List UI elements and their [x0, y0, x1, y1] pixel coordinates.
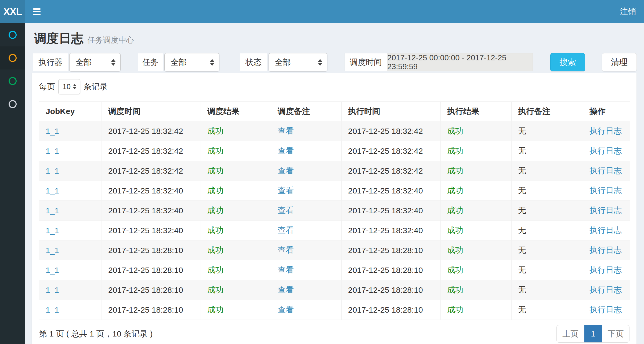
execution-log-link[interactable]: 执行日志 [589, 166, 622, 175]
log-table-header: JobKey调度时间调度结果调度备注执行时间执行结果执行备注操作 [39, 102, 630, 121]
jobkey-link-cell[interactable]: 1_1 [39, 161, 102, 181]
execution-log-link[interactable]: 执行日志 [589, 206, 622, 215]
jobkey-link[interactable]: 1_1 [46, 166, 59, 175]
jobkey-link-cell[interactable]: 1_1 [39, 141, 102, 161]
trigger-msg-link[interactable]: 查看 [278, 126, 294, 135]
jobkey-link[interactable]: 1_1 [46, 206, 59, 215]
trigger-time-cell-cell: 2017-12-25 18:32:40 [102, 221, 201, 240]
executor-select[interactable]: 全部 [69, 53, 121, 71]
handle-msg-cell: 无 [518, 305, 526, 314]
sidebar-toggle-icon[interactable] [33, 8, 41, 15]
trigger-time-filter-group: 调度时间 2017-12-25 00:00:00 - 2017-12-25 23… [345, 53, 533, 71]
prev-page-button[interactable]: 上页 [557, 325, 584, 342]
handle-result-cell: 成功 [447, 166, 463, 175]
execution-log-link-cell[interactable]: 执行日志 [583, 300, 630, 320]
trigger-msg-link[interactable]: 查看 [278, 146, 294, 155]
trigger-msg-link[interactable]: 查看 [278, 226, 294, 235]
handle-time-cell: 2017-12-25 18:32:42 [348, 166, 423, 175]
jobkey-link-cell[interactable]: 1_1 [39, 181, 102, 201]
execution-log-link[interactable]: 执行日志 [589, 246, 622, 254]
trigger-time-cell-cell: 2017-12-25 18:32:40 [102, 181, 201, 201]
execution-log-link-cell[interactable]: 执行日志 [583, 181, 630, 201]
trigger-msg-link-cell[interactable]: 查看 [271, 141, 342, 161]
jobkey-link-cell[interactable]: 1_1 [39, 221, 102, 240]
execution-log-link[interactable]: 执行日志 [589, 265, 622, 274]
current-page-button[interactable]: 1 [584, 325, 602, 342]
trigger-msg-link-cell[interactable]: 查看 [271, 240, 342, 260]
jobkey-link-cell[interactable]: 1_1 [39, 201, 102, 221]
trigger-msg-link[interactable]: 查看 [278, 305, 294, 314]
execution-log-link-cell[interactable]: 执行日志 [583, 201, 630, 221]
handle-msg-cell-cell: 无 [512, 201, 583, 221]
trigger-msg-link-cell[interactable]: 查看 [271, 181, 342, 201]
trigger-msg-link[interactable]: 查看 [278, 246, 294, 254]
jobkey-link[interactable]: 1_1 [46, 186, 59, 195]
table-row: 1_12017-12-25 18:32:42成功查看2017-12-25 18:… [39, 141, 630, 161]
trigger-time-range-input[interactable]: 2017-12-25 00:00:00 - 2017-12-25 23:59:5… [387, 53, 533, 71]
execution-log-link-cell[interactable]: 执行日志 [583, 141, 630, 161]
clear-button[interactable]: 清理 [602, 53, 637, 71]
jobkey-link-cell[interactable]: 1_1 [39, 240, 102, 260]
sidebar-item-menu-4[interactable] [0, 93, 25, 116]
trigger-msg-link-cell[interactable]: 查看 [271, 300, 342, 320]
trigger-time-cell: 2017-12-25 18:32:42 [108, 127, 183, 136]
jobkey-link-cell[interactable]: 1_1 [39, 300, 102, 320]
handle-time-cell: 2017-12-25 18:28:10 [348, 266, 423, 275]
execution-log-link[interactable]: 执行日志 [589, 305, 622, 314]
jobkey-link-cell[interactable]: 1_1 [39, 260, 102, 280]
jobkey-link[interactable]: 1_1 [46, 226, 59, 235]
execution-log-link[interactable]: 执行日志 [589, 146, 622, 155]
execution-log-link-cell[interactable]: 执行日志 [583, 260, 630, 280]
page-size-select[interactable]: 10 [58, 79, 80, 94]
status-select[interactable]: 全部 [269, 53, 327, 71]
execution-log-link-cell[interactable]: 执行日志 [583, 280, 630, 300]
execution-log-link[interactable]: 执行日志 [589, 285, 622, 294]
trigger-msg-link[interactable]: 查看 [278, 285, 294, 294]
trigger-msg-link-cell[interactable]: 查看 [271, 201, 342, 221]
jobkey-link[interactable]: 1_1 [46, 147, 59, 155]
execution-log-link-cell[interactable]: 执行日志 [583, 121, 630, 141]
trigger-msg-link[interactable]: 查看 [278, 186, 294, 195]
jobkey-link[interactable]: 1_1 [46, 246, 59, 255]
sidebar-item-menu-1[interactable] [0, 23, 25, 46]
jobkey-link[interactable]: 1_1 [46, 127, 59, 136]
jobkey-link-cell[interactable]: 1_1 [39, 121, 102, 141]
trigger-msg-link-cell[interactable]: 查看 [271, 221, 342, 240]
execution-log-link[interactable]: 执行日志 [589, 126, 622, 135]
logout-button[interactable]: 注销 [618, 3, 638, 20]
jobkey-link[interactable]: 1_1 [46, 305, 59, 314]
trigger-time-cell: 2017-12-25 18:32:42 [108, 166, 183, 175]
sidebar-item-menu-2[interactable] [0, 46, 25, 69]
execution-log-link-cell[interactable]: 执行日志 [583, 221, 630, 240]
handle-result-cell: 成功 [447, 186, 463, 195]
table-row: 1_12017-12-25 18:32:42成功查看2017-12-25 18:… [39, 161, 630, 181]
trigger-result-cell: 成功 [207, 126, 223, 135]
trigger-msg-link-cell[interactable]: 查看 [271, 280, 342, 300]
job-select[interactable]: 全部 [164, 53, 219, 71]
jobkey-link[interactable]: 1_1 [46, 286, 59, 294]
jobkey-link-cell[interactable]: 1_1 [39, 280, 102, 300]
trigger-msg-link-cell[interactable]: 查看 [271, 121, 342, 141]
next-page-button[interactable]: 下页 [602, 325, 629, 342]
jobkey-link[interactable]: 1_1 [46, 266, 59, 275]
trigger-msg-link-cell[interactable]: 查看 [271, 161, 342, 181]
app-logo[interactable]: XXL [0, 0, 25, 23]
trigger-msg-link[interactable]: 查看 [278, 206, 294, 215]
execution-log-link[interactable]: 执行日志 [589, 186, 622, 195]
page-size-suffix: 条记录 [84, 81, 108, 92]
column-header: 执行结果 [441, 102, 512, 121]
column-header: 调度备注 [271, 102, 342, 121]
search-button[interactable]: 搜索 [550, 53, 585, 71]
execution-log-link[interactable]: 执行日志 [589, 226, 622, 235]
sidebar-item-menu-3[interactable] [0, 69, 25, 93]
execution-log-link-cell[interactable]: 执行日志 [583, 161, 630, 181]
execution-log-link-cell[interactable]: 执行日志 [583, 240, 630, 260]
trigger-msg-link-cell[interactable]: 查看 [271, 260, 342, 280]
trigger-time-cell: 2017-12-25 18:32:42 [108, 147, 183, 155]
handle-msg-cell-cell: 无 [512, 161, 583, 181]
handle-result-cell-cell: 成功 [441, 121, 512, 141]
handle-msg-cell: 无 [518, 285, 526, 294]
trigger-result-cell: 成功 [207, 265, 223, 274]
trigger-msg-link[interactable]: 查看 [278, 166, 294, 175]
trigger-msg-link[interactable]: 查看 [278, 265, 294, 274]
